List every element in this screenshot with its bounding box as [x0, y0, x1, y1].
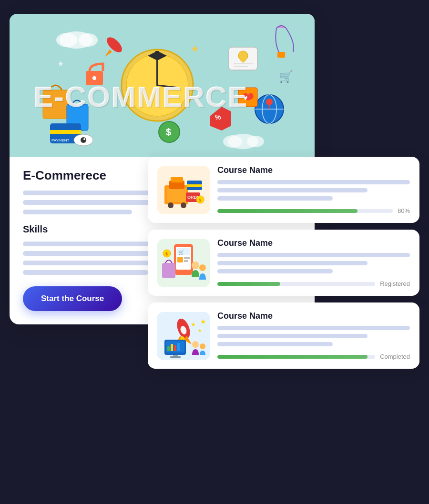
c3-skel-3	[217, 342, 333, 346]
svg-point-25	[238, 51, 248, 60]
svg-rect-79	[184, 260, 188, 262]
svg-point-39	[79, 33, 98, 47]
card-1-progress-label: 80%	[398, 207, 410, 214]
svg-text:%: %	[215, 113, 221, 121]
svg-rect-66	[171, 177, 183, 182]
svg-text:$: $	[166, 127, 171, 137]
svg-rect-6	[155, 51, 159, 58]
course-thumb-2: 🛒 $	[157, 239, 210, 287]
svg-text:🛒: 🛒	[178, 249, 184, 255]
card-1-title: Course Name	[217, 165, 410, 175]
svg-point-99	[192, 341, 199, 348]
svg-point-19	[83, 138, 85, 140]
svg-rect-81	[162, 263, 175, 278]
skill-line-4	[23, 270, 148, 275]
svg-rect-96	[177, 343, 180, 351]
svg-rect-77	[177, 257, 183, 262]
card-2-progress-row: Registered	[217, 280, 410, 287]
card-2-content: Course Name Registered	[217, 238, 410, 287]
card-3-content: Course Name Completed	[217, 311, 410, 360]
c3-skel-1	[217, 326, 410, 330]
card-3-progress-bg	[217, 355, 375, 359]
svg-rect-93	[167, 346, 170, 351]
svg-point-10	[92, 76, 96, 80]
c2-skel-2	[217, 261, 368, 265]
c2-skel-3	[217, 269, 333, 273]
svg-point-63	[168, 202, 174, 208]
svg-text:E-COMMERCE: E-COMMERCE	[34, 81, 249, 114]
svg-text:$: $	[199, 198, 201, 202]
start-course-button[interactable]: Start the Course	[23, 286, 122, 311]
card-3-progress-fill	[217, 355, 368, 359]
svg-point-41	[223, 135, 242, 148]
course-thumb-3: ★ ★ ★	[157, 312, 210, 360]
svg-rect-94	[171, 344, 173, 351]
svg-text:★: ★	[198, 328, 202, 333]
card-2-title: Course Name	[217, 238, 410, 248]
svg-text:🛒: 🛒	[279, 70, 293, 83]
course-card-1: ORDER $ Course Name	[148, 157, 419, 223]
svg-point-42	[247, 136, 264, 147]
right-panel: ORDER $ Course Name	[148, 157, 419, 369]
svg-text:$: $	[165, 252, 168, 256]
svg-rect-70	[187, 184, 202, 187]
svg-rect-35	[277, 52, 285, 58]
svg-rect-95	[174, 345, 176, 351]
svg-point-64	[181, 202, 186, 208]
svg-point-82	[192, 262, 199, 269]
c1-skel-2	[217, 188, 368, 192]
skeleton-line-2	[23, 200, 167, 205]
main-layout: Adobe Stock | #226582767	[10, 14, 419, 490]
svg-point-83	[199, 264, 206, 271]
card-1-progress-fill	[217, 209, 358, 213]
svg-rect-62	[167, 188, 186, 202]
course-card-3: ★ ★ ★ Course Name Completed	[148, 302, 419, 369]
svg-text:★: ★	[57, 60, 64, 68]
card-3-title: Course Name	[217, 311, 410, 321]
svg-text:PAYMENT: PAYMENT	[51, 138, 70, 142]
svg-point-23	[266, 99, 273, 105]
svg-text:★: ★	[200, 318, 206, 325]
svg-rect-78	[184, 257, 190, 259]
card-2-progress-label: Registered	[380, 280, 410, 287]
svg-point-100	[200, 343, 205, 349]
svg-rect-15	[50, 130, 81, 134]
c3-skel-2	[217, 334, 368, 338]
svg-point-18	[81, 137, 86, 143]
c1-skel-3	[217, 196, 333, 201]
card-3-progress-row: Completed	[217, 353, 410, 360]
card-1-progress-bg	[217, 209, 393, 213]
card-1-progress-row: 80%	[217, 207, 410, 214]
card-2-progress-bg	[217, 282, 375, 286]
svg-point-38	[56, 33, 77, 47]
card-1-content: Course Name 80%	[217, 165, 410, 214]
course-banner: Adobe Stock | #226582767	[10, 14, 315, 157]
skeleton-line-3	[23, 210, 132, 214]
c2-skel-1	[217, 253, 410, 257]
c1-skel-1	[217, 180, 410, 184]
card-3-progress-label: Completed	[380, 353, 410, 360]
card-2-skeleton	[217, 253, 410, 273]
course-thumb-1: ORDER $	[157, 166, 210, 214]
course-card-2: 🛒 $ Course Name	[148, 230, 419, 296]
card-1-skeleton	[217, 180, 410, 201]
svg-text:★: ★	[191, 43, 199, 54]
svg-text:★: ★	[191, 321, 196, 328]
svg-rect-98	[170, 356, 181, 358]
card-3-skeleton	[217, 326, 410, 346]
card-2-progress-fill	[217, 282, 280, 286]
